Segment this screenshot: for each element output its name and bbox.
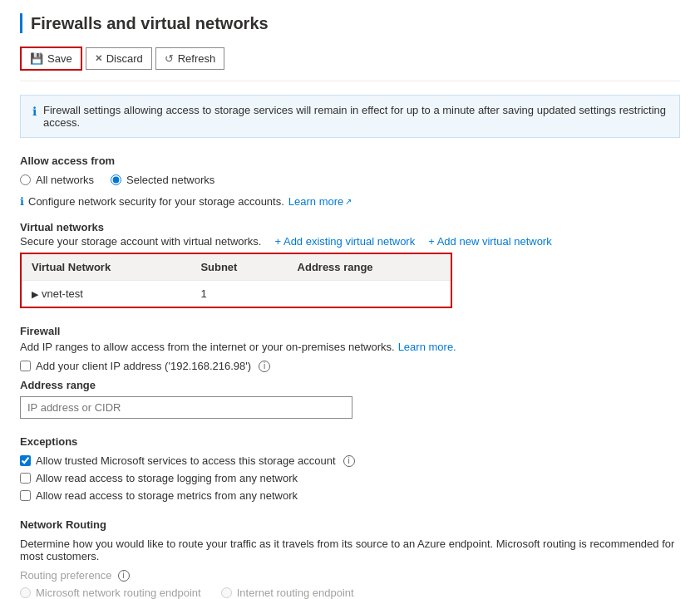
firewall-section: Firewall Add IP ranges to allow access f… xyxy=(20,325,680,419)
discard-icon: ✕ xyxy=(95,53,102,64)
address-range-input[interactable] xyxy=(20,396,352,419)
routing-pref-text: Routing preference xyxy=(20,569,112,582)
table-row: ▶vnet-test 1 xyxy=(22,281,451,307)
allow-access-section: Allow access from All networks Selected … xyxy=(20,155,680,208)
exceptions-list: Allow trusted Microsoft services to acce… xyxy=(20,454,680,502)
client-ip-checkbox-item: Add your client IP address ('192.168.216… xyxy=(20,360,680,372)
internet-routing-option[interactable]: Internet routing endpoint xyxy=(221,587,354,599)
title-bar-accent xyxy=(20,13,22,33)
refresh-label: Refresh xyxy=(178,52,216,65)
exception-info-icon-0: i xyxy=(343,455,355,467)
firewall-desc-text: Add IP ranges to allow access from the i… xyxy=(20,341,395,353)
add-existing-vnet-link[interactable]: + Add existing virtual network xyxy=(274,235,415,248)
vnet-row-subnet: 1 xyxy=(190,281,287,307)
page-title: Firewalls and virtual networks xyxy=(20,13,680,33)
routing-pref-info-icon: i xyxy=(118,570,130,582)
exceptions-section: Exceptions Allow trusted Microsoft servi… xyxy=(20,435,680,502)
internet-routing-label: Internet routing endpoint xyxy=(237,587,354,599)
client-ip-checkbox[interactable] xyxy=(20,361,31,371)
network-routing-section: Network Routing Determine how you would … xyxy=(20,518,680,599)
toolbar: 💾 Save ✕ Discard ↺ Refresh xyxy=(20,47,680,81)
configure-text: Configure network security for your stor… xyxy=(28,195,284,208)
firewall-description: Add IP ranges to allow access from the i… xyxy=(20,341,680,353)
exception-label-1: Allow read access to storage logging fro… xyxy=(36,472,298,484)
firewall-learn-more[interactable]: Learn more. xyxy=(398,341,456,353)
access-radio-group: All networks Selected networks xyxy=(20,174,680,186)
vnet-desc-text: Secure your storage account with virtual… xyxy=(20,235,261,248)
selected-networks-radio[interactable] xyxy=(111,174,121,185)
exception-label-2: Allow read access to storage metrics fro… xyxy=(36,489,298,502)
exception-checkbox-0[interactable] xyxy=(20,455,31,466)
learn-more-label: Learn more xyxy=(288,195,343,208)
vnet-description-row: Secure your storage account with virtual… xyxy=(20,235,680,248)
discard-button[interactable]: ✕ Discard xyxy=(86,47,152,70)
exception-item-1: Allow read access to storage logging fro… xyxy=(20,472,680,484)
allow-access-label: Allow access from xyxy=(20,155,680,167)
selected-networks-option[interactable]: Selected networks xyxy=(111,174,214,186)
configure-info-icon: ℹ xyxy=(20,195,24,208)
exception-checkbox-2[interactable] xyxy=(20,490,31,501)
info-banner: ℹ Firewall settings allowing access to s… xyxy=(20,95,680,138)
discard-label: Discard xyxy=(106,52,143,65)
routing-options-group: Microsoft network routing endpoint Inter… xyxy=(20,587,680,599)
exceptions-title: Exceptions xyxy=(20,435,680,448)
configure-learn-more[interactable]: Learn more ↗ xyxy=(288,195,352,208)
all-networks-label: All networks xyxy=(36,174,94,186)
refresh-button[interactable]: ↺ Refresh xyxy=(155,47,225,70)
all-networks-radio[interactable] xyxy=(20,174,31,185)
virtual-networks-section: Virtual networks Secure your storage acc… xyxy=(20,221,680,308)
selected-networks-label: Selected networks xyxy=(126,174,214,186)
network-routing-desc: Determine how you would like to route yo… xyxy=(20,538,680,562)
client-ip-info-icon: i xyxy=(259,361,270,372)
col-address-range: Address range xyxy=(288,254,451,281)
microsoft-routing-option[interactable]: Microsoft network routing endpoint xyxy=(20,587,201,599)
firewall-learn-more-label: Learn more. xyxy=(398,341,456,353)
vnet-row-address-range xyxy=(288,281,451,307)
vnet-table: Virtual Network Subnet Address range ▶vn… xyxy=(22,254,451,307)
all-networks-option[interactable]: All networks xyxy=(20,174,94,186)
info-icon: ℹ xyxy=(32,105,37,118)
col-subnet: Subnet xyxy=(190,254,287,281)
exception-label-0: Allow trusted Microsoft services to acce… xyxy=(36,454,336,467)
vnet-row-name: ▶vnet-test xyxy=(22,281,190,307)
add-existing-label: + Add existing virtual network xyxy=(274,235,415,248)
add-new-vnet-link[interactable]: + Add new virtual network xyxy=(428,235,552,248)
page-title-text: Firewalls and virtual networks xyxy=(31,14,269,33)
firewall-title: Firewall xyxy=(20,325,680,337)
save-icon: 💾 xyxy=(30,52,43,65)
external-link-icon: ↗ xyxy=(345,197,352,206)
col-virtual-network: Virtual Network xyxy=(22,254,190,281)
internet-routing-radio[interactable] xyxy=(221,587,232,598)
client-ip-label: Add your client IP address ('192.168.216… xyxy=(36,360,251,372)
add-new-label: + Add new virtual network xyxy=(428,235,552,248)
save-label: Save xyxy=(47,52,72,65)
expand-icon[interactable]: ▶ xyxy=(32,289,38,299)
save-button[interactable]: 💾 Save xyxy=(20,47,82,71)
microsoft-routing-radio[interactable] xyxy=(20,587,31,598)
exception-checkbox-1[interactable] xyxy=(20,473,31,484)
microsoft-routing-label: Microsoft network routing endpoint xyxy=(36,587,201,599)
vnet-table-container: Virtual Network Subnet Address range ▶vn… xyxy=(20,253,452,308)
configure-line: ℹ Configure network security for your st… xyxy=(20,194,680,208)
network-routing-title: Network Routing xyxy=(20,518,680,531)
address-range-label: Address range xyxy=(20,379,680,391)
info-banner-text: Firewall settings allowing access to sto… xyxy=(43,104,668,129)
routing-preference-label: Routing preference i xyxy=(20,569,680,582)
exception-item-0: Allow trusted Microsoft services to acce… xyxy=(20,454,680,467)
vnet-table-header: Virtual Network Subnet Address range xyxy=(22,254,451,281)
refresh-icon: ↺ xyxy=(165,52,174,65)
exception-item-2: Allow read access to storage metrics fro… xyxy=(20,489,680,502)
vnet-title: Virtual networks xyxy=(20,221,680,233)
